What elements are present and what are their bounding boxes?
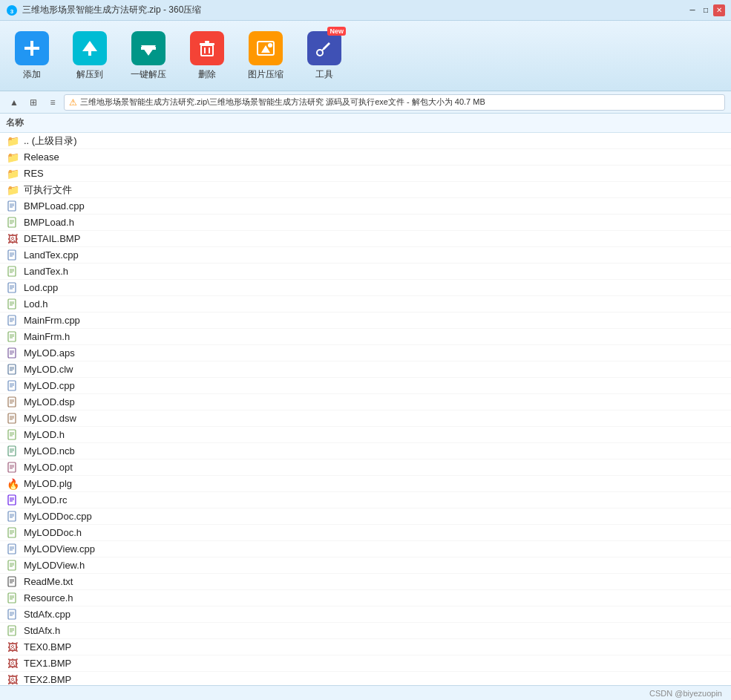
list-item[interactable]: MyLOD.clw [0,362,731,378]
file-name: TEX0.BMP [24,641,71,652]
file-icon [6,298,19,311]
file-name: MainFrm.h [24,331,70,342]
toolbar-img-compress[interactable]: 图片压缩 [242,28,289,84]
file-name: RES [24,168,44,179]
svg-point-15 [268,43,272,48]
list-item[interactable]: 📁 RES [0,166,731,182]
list-item[interactable]: BMPLoad.h [0,215,731,231]
path-bar: ⚠ 三维地形场景智能生成方法研究.zip\三维地形场景智能生成方法研究 源码及可… [64,94,725,111]
list-item[interactable]: 📁 Release [0,149,731,166]
file-name: MyLOD.h [24,429,65,440]
file-icon [6,559,19,572]
list-item[interactable]: Lod.cpp [0,280,731,296]
img-compress-icon [249,31,283,65]
list-item[interactable]: 🖼 TEX1.BMP [0,655,731,672]
file-icon [6,543,19,556]
maximize-button[interactable]: □ [700,4,712,16]
file-name: Release [24,151,59,163]
file-icon: 📁 [6,134,19,148]
file-name: MyLODDoc.h [24,527,82,538]
list-item[interactable]: MyLOD.ncb [0,443,731,459]
file-icon [6,624,19,638]
nav-grid-button[interactable]: ⊞ [25,94,42,111]
svg-line-17 [322,48,324,50]
close-button[interactable]: ✕ [713,4,725,16]
svg-marker-7 [141,45,156,56]
file-icon [6,347,19,360]
window-controls: ─ □ ✕ [686,4,725,16]
list-item[interactable]: Lod.h [0,296,731,313]
list-item[interactable]: 🔥 MyLOD.plg [0,476,731,492]
file-name: Lod.h [24,298,48,310]
file-name: TEX2.BMP [24,674,71,685]
toolbar: 添加 解压到 一键解压 [0,21,731,91]
list-item[interactable]: MyLODView.cpp [0,541,731,557]
list-item[interactable]: StdAfx.cpp [0,606,731,623]
file-name: MainFrm.cpp [24,315,80,326]
list-item[interactable]: 📁 .. (上级目录) [0,133,731,149]
list-item[interactable]: MyLODDoc.cpp [0,508,731,525]
nav-up-button[interactable]: ▲ [6,94,22,111]
toolbar-tools[interactable]: New 工具 [301,28,347,84]
title-bar: 3 三维地形场景智能生成方法研究.zip - 360压缩 ─ □ ✕ [0,0,731,21]
delete-label: 删除 [198,68,216,81]
list-item[interactable]: Resource.h [0,590,731,606]
list-item[interactable]: ReadMe.txt [0,574,731,590]
one-extract-label: 一键解压 [131,68,166,81]
file-icon: 📁 [6,183,19,197]
file-name: BMPLoad.cpp [24,200,85,212]
toolbar-add[interactable]: 添加 [9,28,55,84]
list-item[interactable]: MyLOD.opt [0,459,731,476]
file-name: MyLOD.dsw [24,413,76,424]
list-item[interactable]: 📁 可执行文件 [0,182,731,198]
svg-rect-5 [88,51,91,56]
one-extract-icon [131,31,165,65]
file-icon: 🖼 [6,673,19,686]
file-icon [6,526,19,540]
file-name: LandTex.cpp [24,249,79,261]
file-icon [6,445,19,458]
list-item[interactable]: MyLOD.rc [0,492,731,508]
list-item[interactable]: MyLODDoc.h [0,525,731,541]
file-icon [6,461,19,474]
file-icon [6,200,19,213]
file-icon [6,608,19,621]
list-item[interactable]: 🖼 DETAIL.BMP [0,231,731,247]
file-icon: 📁 [6,167,19,180]
minimize-button[interactable]: ─ [686,4,698,16]
list-item[interactable]: MyLOD.dsw [0,410,731,427]
file-icon: 🖼 [6,657,19,670]
file-icon: 🖼 [6,641,19,654]
svg-rect-3 [24,47,39,50]
list-item[interactable]: MyLOD.aps [0,345,731,362]
toolbar-one-extract[interactable]: 一键解压 [125,28,172,84]
list-item[interactable]: MyLOD.cpp [0,378,731,394]
file-name: MyLOD.rc [24,494,68,506]
list-item[interactable]: BMPLoad.cpp [0,198,731,215]
toolbar-extract[interactable]: 解压到 [67,28,113,84]
list-item[interactable]: StdAfx.h [0,623,731,639]
list-item[interactable]: 🖼 TEX0.BMP [0,639,731,655]
extract-label: 解压到 [76,68,103,81]
list-item[interactable]: MyLODView.h [0,557,731,574]
file-name: .. (上级目录) [24,134,77,148]
nav-list-button[interactable]: ≡ [45,94,61,111]
file-icon: 📁 [6,151,19,164]
file-name: TEX1.BMP [24,658,71,669]
list-item[interactable]: MainFrm.h [0,329,731,345]
list-item[interactable]: LandTex.cpp [0,247,731,264]
file-icon [6,216,19,229]
file-icon [6,510,19,523]
list-item[interactable]: LandTex.h [0,264,731,280]
list-item[interactable]: MyLOD.h [0,427,731,443]
file-icon [6,265,19,278]
file-icon [6,330,19,344]
file-name: DETAIL.BMP [24,233,80,244]
file-name: MyLOD.cpp [24,380,75,391]
file-list: 📁 .. (上级目录) 📁 Release 📁 RES 📁 可执行文件 BMPL… [0,133,731,685]
list-item[interactable]: 🖼 TEX2.BMP [0,672,731,685]
toolbar-delete[interactable]: 删除 [184,28,230,84]
list-item[interactable]: MainFrm.cpp [0,313,731,329]
add-label: 添加 [23,68,41,81]
list-item[interactable]: MyLOD.dsp [0,394,731,410]
